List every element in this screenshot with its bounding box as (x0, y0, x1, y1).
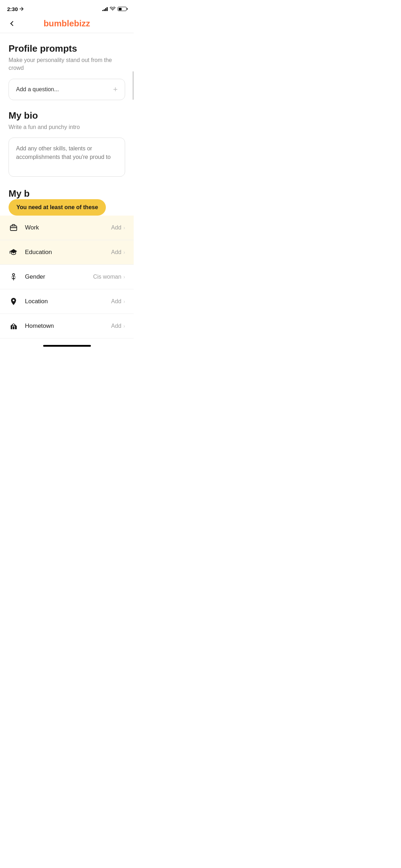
work-item-right: Add › (111, 224, 125, 231)
hometown-value: Add (111, 323, 121, 329)
plus-icon: + (113, 86, 118, 93)
location-item-right: Add › (111, 298, 125, 305)
gender-item-right: Cis woman › (93, 274, 125, 280)
education-item-left: Education (9, 247, 52, 257)
status-bar: 2:30 (0, 0, 134, 16)
scroll-track (132, 0, 134, 350)
hometown-item-right: Add › (111, 323, 125, 329)
location-item[interactable]: Location Add › (0, 289, 134, 314)
add-question-button[interactable]: Add a question... + (9, 79, 125, 100)
location-label: Location (25, 298, 48, 305)
gender-icon (9, 272, 19, 282)
work-label: Work (25, 224, 39, 231)
location-item-left: Location (9, 296, 48, 306)
wifi-icon (110, 7, 115, 11)
education-item[interactable]: Education Add › (0, 240, 134, 265)
back-chevron-icon (10, 21, 15, 26)
my-basics-title: My b You need at least one of these (9, 188, 125, 216)
signal-icon (102, 7, 108, 11)
profile-prompts-title: Profile prompts (9, 43, 125, 54)
scroll-thumb (133, 71, 134, 100)
svg-point-2 (13, 300, 15, 301)
bio-textarea[interactable] (9, 138, 125, 177)
details-list: Work Add › Education Add › (0, 216, 134, 339)
status-time: 2:30 (7, 6, 24, 12)
profile-prompts-section: Profile prompts Make your personality st… (9, 43, 125, 100)
gender-value: Cis woman (93, 274, 121, 280)
svg-point-3 (13, 324, 14, 325)
work-value: Add (111, 224, 121, 231)
back-button[interactable] (7, 18, 19, 29)
gender-label: Gender (25, 273, 45, 280)
svg-point-1 (12, 274, 15, 276)
gender-chevron-icon: › (123, 274, 125, 280)
home-bar (43, 345, 91, 347)
work-chevron-icon: › (123, 225, 125, 231)
gender-item[interactable]: Gender Cis woman › (0, 265, 134, 289)
location-status-icon (19, 7, 24, 11)
hometown-label: Hometown (25, 322, 54, 330)
profile-prompts-subtitle: Make your personality stand out from the… (9, 56, 125, 72)
education-item-right: Add › (111, 249, 125, 255)
hometown-item-left: Hometown (9, 321, 54, 331)
logo-bumble: bumble (43, 19, 74, 28)
home-indicator (0, 341, 134, 350)
education-value: Add (111, 249, 121, 255)
status-icons (102, 7, 127, 11)
my-bio-section: My bio Write a fun and punchy intro (9, 110, 125, 178)
hometown-icon (9, 321, 19, 331)
work-icon (9, 223, 19, 233)
gender-item-left: Gender (9, 272, 45, 282)
my-bio-subtitle: Write a fun and punchy intro (9, 123, 125, 131)
add-question-text: Add a question... (16, 86, 59, 93)
location-chevron-icon: › (123, 299, 125, 304)
logo-bizz: bizz (74, 19, 90, 28)
tooltip-bubble: You need at least one of these (9, 199, 106, 216)
app-logo: bumblebizz (43, 19, 90, 29)
battery-icon (118, 7, 127, 11)
nav-header: bumblebizz (0, 16, 134, 33)
education-icon (9, 247, 19, 257)
hometown-chevron-icon: › (123, 323, 125, 329)
location-value: Add (111, 298, 121, 305)
work-item[interactable]: Work Add › (0, 216, 134, 240)
education-label: Education (25, 249, 52, 256)
my-bio-title: My bio (9, 110, 125, 121)
main-content: Profile prompts Make your personality st… (0, 33, 134, 216)
education-chevron-icon: › (123, 249, 125, 255)
location-icon (9, 296, 19, 306)
hometown-item[interactable]: Hometown Add › (0, 314, 134, 339)
work-item-left: Work (9, 223, 39, 233)
